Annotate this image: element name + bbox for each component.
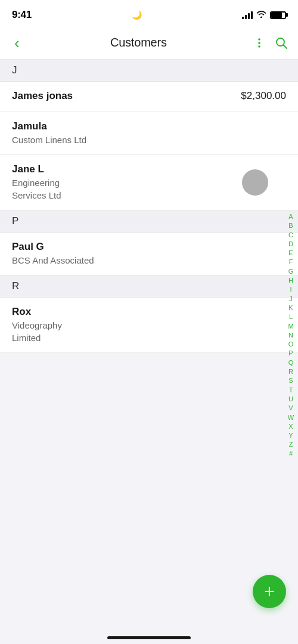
nav-actions	[253, 36, 288, 50]
section-header-r: R	[0, 275, 298, 298]
moon-icon: 🌙	[132, 10, 142, 20]
customer-balance: $2,300.00	[241, 90, 286, 102]
more-button[interactable]	[253, 36, 266, 49]
alpha-letter-v[interactable]: V	[286, 404, 296, 412]
alpha-letter-i[interactable]: I	[286, 285, 296, 293]
section-letter: P	[12, 215, 18, 227]
alpha-letter-p[interactable]: P	[286, 349, 296, 357]
alpha-letter-m[interactable]: M	[286, 322, 296, 330]
customer-name: Jane L	[12, 163, 61, 175]
alpha-letter-d[interactable]: D	[286, 240, 296, 248]
alpha-letter-q[interactable]: Q	[286, 358, 296, 367]
signal-bars-icon	[242, 11, 253, 19]
customer-name: Paul G	[12, 241, 94, 253]
back-button[interactable]: ‹	[10, 33, 24, 53]
svg-point-2	[258, 45, 260, 48]
customer-row[interactable]: Rox VideographyLimited	[0, 298, 298, 353]
status-icons	[242, 10, 286, 20]
alpha-sidebar[interactable]: ABCDEFGHIJKLMNOPQRSTUVWXYZ#	[286, 26, 296, 611]
customer-name: Jamula	[12, 120, 86, 132]
alpha-letter-b[interactable]: B	[286, 221, 296, 230]
alpha-letter-h[interactable]: H	[286, 276, 296, 284]
home-indicator	[107, 636, 191, 639]
section-letter: R	[12, 280, 19, 292]
customer-row[interactable]: Jamula Custom Linens Ltd	[0, 112, 298, 155]
alpha-letter-#[interactable]: #	[286, 450, 296, 458]
customer-top: James jonas $2,300.00	[12, 90, 286, 103]
alpha-letter-e[interactable]: E	[286, 249, 296, 257]
customer-name: Rox	[12, 306, 62, 318]
alpha-letter-u[interactable]: U	[286, 395, 296, 403]
customer-company: VideographyLimited	[12, 319, 62, 344]
plus-icon: +	[264, 583, 275, 600]
alpha-letter-a[interactable]: A	[286, 212, 296, 221]
alpha-letter-n[interactable]: N	[286, 331, 296, 339]
customer-top: Rox VideographyLimited	[12, 306, 286, 344]
customer-info: James jonas	[12, 90, 73, 103]
page-title: Customers	[110, 36, 167, 49]
customer-name: James jonas	[12, 90, 73, 102]
alpha-letter-z[interactable]: Z	[286, 440, 296, 448]
section-letter: J	[12, 64, 17, 76]
scroll-indicator	[242, 169, 268, 196]
customer-info: Rox VideographyLimited	[12, 306, 62, 344]
customer-row[interactable]: Paul G BCS And Associated	[0, 233, 298, 275]
nav-bar: ‹ Customers	[0, 26, 298, 60]
alpha-letter-f[interactable]: F	[286, 258, 296, 266]
status-time: 9:41	[12, 9, 32, 21]
customers-list: J James jonas $2,300.00 Jamula Custom Li…	[0, 60, 298, 644]
alpha-letter-k[interactable]: K	[286, 304, 296, 312]
alpha-letter-w[interactable]: W	[286, 413, 296, 422]
alpha-letter-x[interactable]: X	[286, 422, 296, 431]
section-header-j: J	[0, 60, 298, 82]
customer-row[interactable]: Jane L EngineeringServices Ltd	[0, 155, 298, 210]
customer-company: BCS And Associated	[12, 254, 94, 267]
customer-info: Paul G BCS And Associated	[12, 241, 94, 267]
customer-top: Jamula Custom Linens Ltd	[12, 120, 286, 146]
battery-icon	[270, 11, 286, 19]
customer-row[interactable]: James jonas $2,300.00	[0, 82, 298, 112]
alpha-letter-t[interactable]: T	[286, 386, 296, 394]
customer-info: Jamula Custom Linens Ltd	[12, 120, 86, 146]
section-header-p: P	[0, 210, 298, 233]
add-customer-button[interactable]: +	[253, 575, 286, 608]
alpha-letter-c[interactable]: C	[286, 231, 296, 239]
wifi-icon	[256, 10, 266, 20]
alpha-letter-j[interactable]: J	[286, 295, 296, 303]
status-bar: 9:41 🌙	[0, 0, 298, 26]
svg-point-0	[258, 38, 260, 41]
alpha-letter-s[interactable]: S	[286, 376, 296, 385]
svg-point-1	[258, 42, 260, 44]
alpha-letter-g[interactable]: G	[286, 267, 296, 275]
customer-info: Jane L EngineeringServices Ltd	[12, 163, 61, 202]
alpha-letter-o[interactable]: O	[286, 340, 296, 348]
alpha-letter-y[interactable]: Y	[286, 431, 296, 439]
customer-company: Custom Linens Ltd	[12, 134, 86, 146]
alpha-letter-l[interactable]: L	[286, 312, 296, 321]
alpha-letter-r[interactable]: R	[286, 367, 296, 376]
customer-top: Paul G BCS And Associated	[12, 241, 286, 267]
customer-company: EngineeringServices Ltd	[12, 177, 61, 202]
